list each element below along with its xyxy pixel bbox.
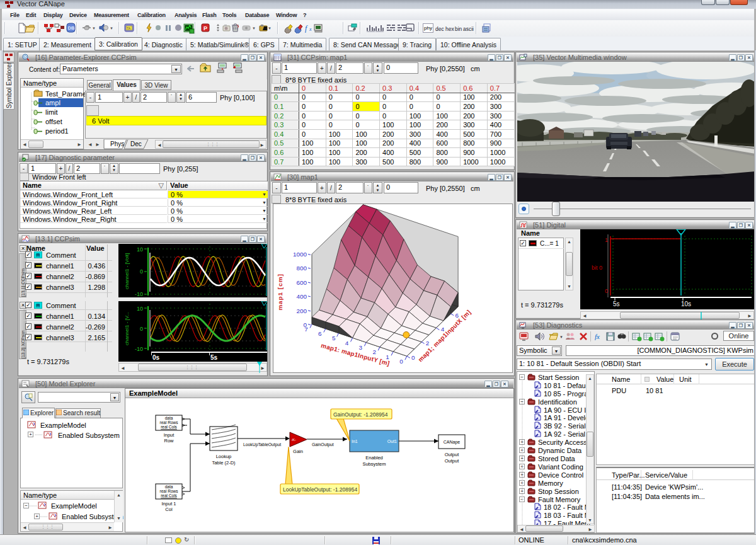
svg-text:400: 400 [296, 293, 307, 300]
svg-text:x: x [309, 26, 312, 32]
svg-text:channel1 - [V...: channel1 - [V... [124, 312, 130, 345]
svg-text:real Cols: real Cols [161, 493, 177, 498]
svg-text:800: 800 [296, 265, 307, 272]
svg-text:real Cols: real Cols [161, 425, 177, 429]
svg-text:600: 600 [296, 279, 307, 286]
svg-text:7: 7 [304, 326, 308, 333]
svg-text:LookUpTableOutput: -1.208954: LookUpTableOutput: -1.208954 [283, 486, 357, 493]
svg-text:Row: Row [164, 438, 174, 444]
svg-text:Subsystem: Subsystem [362, 461, 386, 467]
svg-text:0: 0 [411, 354, 415, 361]
svg-text:real Rows: real Rows [160, 420, 179, 425]
svg-text:Enabled: Enabled [365, 455, 383, 461]
svg-text:LookUpTableOutput: LookUpTableOutput [243, 442, 281, 447]
svg-text:fx: fx [595, 333, 600, 340]
svg-text:0: 0 [605, 288, 608, 294]
svg-text:Dec: Dec [130, 141, 142, 147]
svg-text:10s: 10s [681, 301, 691, 307]
svg-text:bit 0: bit 0 [592, 265, 602, 271]
svg-text:-10: -10 [135, 291, 143, 297]
svg-text:4: 4 [345, 340, 349, 347]
svg-text:Out1: Out1 [387, 439, 397, 444]
svg-text:P: P [203, 25, 207, 32]
svg-text:data: data [165, 416, 173, 420]
svg-text:GainOutput: -1.208954: GainOutput: -1.208954 [333, 411, 388, 418]
svg-text:200: 200 [296, 307, 307, 314]
svg-text:Gain: Gain [293, 449, 303, 454]
svg-text:5s: 5s [613, 301, 620, 307]
svg-text:1000: 1000 [293, 251, 307, 258]
svg-text:In1: In1 [352, 439, 358, 444]
svg-text:TA: TA [127, 26, 131, 30]
svg-text:3: 3 [359, 344, 363, 351]
svg-text:1: 1 [605, 237, 608, 243]
svg-text:Lookup: Lookup [216, 454, 232, 459]
svg-text:0: 0 [399, 358, 403, 365]
svg-text:Table (2-D): Table (2-D) [212, 460, 236, 466]
svg-text:map1 [cm]: map1 [cm] [277, 273, 284, 310]
svg-text:-K-: -K- [291, 438, 296, 442]
svg-text:f: f [305, 24, 308, 33]
svg-text:0: 0 [140, 326, 143, 332]
svg-text:Input 1: Input 1 [162, 501, 176, 507]
svg-text:Output: Output [445, 452, 459, 457]
svg-text:Phys: Phys [110, 141, 124, 147]
svg-text:GainOutput: GainOutput [312, 442, 334, 447]
svg-text:0: 0 [140, 268, 143, 275]
svg-text:CANape: CANape [444, 440, 461, 445]
svg-text:-10: -10 [135, 346, 143, 352]
svg-text:Output: Output [445, 458, 459, 464]
svg-text:6: 6 [318, 330, 322, 337]
svg-text:10: 10 [137, 246, 143, 253]
svg-text:10: 10 [137, 306, 143, 312]
svg-text:5: 5 [332, 335, 336, 341]
svg-text:2: 2 [372, 348, 376, 355]
svg-text:data: data [165, 485, 173, 489]
svg-text:Col: Col [165, 507, 173, 512]
svg-text:channel1 - [Volt]: channel1 - [Volt] [124, 253, 130, 289]
svg-text:Input: Input [164, 432, 175, 438]
svg-text:DB: DB [68, 25, 75, 31]
svg-text:real Rows: real Rows [160, 489, 179, 493]
